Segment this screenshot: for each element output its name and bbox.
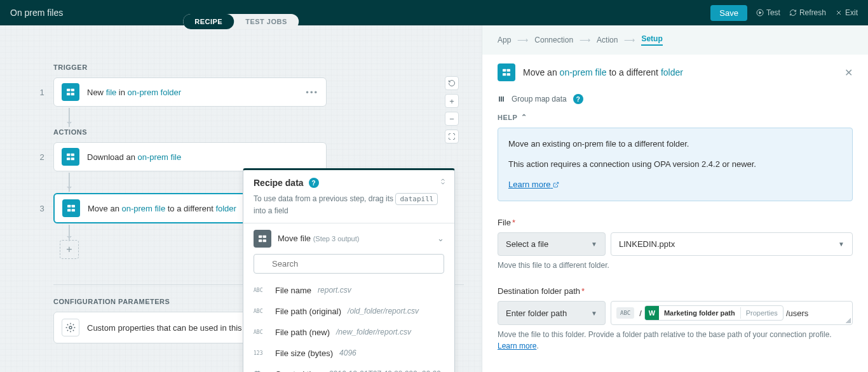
tab-test-jobs[interactable]: TEST JOBS: [234, 14, 299, 29]
arrow-icon: ⟶: [624, 36, 635, 44]
step-1-card[interactable]: New file in on-prem folder •••: [53, 77, 327, 107]
step-2-row: 2 Download an on-prem file: [36, 142, 482, 171]
config-panel: App ⟶ Connection ⟶ Action ⟶ Setup Move a…: [482, 25, 868, 372]
close-button[interactable]: ✕: [844, 67, 853, 79]
external-link-icon: [553, 182, 559, 188]
test-button[interactable]: Test: [756, 8, 780, 17]
data-item[interactable]: ABCFile namereport.csv: [243, 280, 454, 301]
learn-more-link[interactable]: Learn more: [498, 342, 536, 350]
arrow-icon: ⟶: [580, 36, 590, 44]
popover-title: Recipe data?: [254, 178, 444, 188]
step-1-text: New file in on-prem folder: [87, 88, 181, 97]
trigger-label: TRIGGER: [53, 63, 482, 71]
dest-field-label: Destination folder path*: [498, 286, 853, 296]
svg-rect-21: [503, 73, 506, 76]
type-badge: ABC: [616, 307, 634, 319]
panel-title: Move an on-prem file to a different fold…: [523, 67, 683, 77]
resize-handle[interactable]: [846, 318, 851, 323]
arrow-icon: ⟶: [517, 36, 528, 44]
step-1-row: 1 New file in on-prem folder •••: [36, 77, 482, 107]
svg-rect-5: [67, 154, 70, 156]
data-item[interactable]: 123File size (bytes)4096: [243, 343, 454, 364]
crumb-action[interactable]: Action: [597, 36, 618, 44]
svg-rect-2: [67, 93, 70, 95]
crumb-setup[interactable]: Setup: [641, 34, 662, 46]
breadcrumb: App ⟶ Connection ⟶ Action ⟶ Setup: [482, 25, 868, 55]
canvas-tabs: RECIPE TEST JOBS: [183, 14, 299, 29]
step-1-number: 1: [36, 88, 48, 97]
page-title: On prem files: [10, 8, 63, 18]
file-value-input[interactable]: LINKEDIN.pptx▼: [611, 232, 853, 256]
crumb-app[interactable]: App: [498, 36, 511, 44]
map-icon: [498, 95, 505, 103]
step-3-number: 3: [36, 204, 48, 213]
chevron-down-icon: ▼: [591, 241, 597, 248]
step-3-text: Move an on-prem file to a different fold…: [88, 204, 236, 213]
tab-recipe[interactable]: RECIPE: [183, 14, 234, 29]
add-step-button[interactable]: +: [60, 240, 79, 259]
file-server-icon: [62, 199, 80, 217]
panel-header: Move an on-prem file to a different fold…: [482, 55, 868, 90]
svg-rect-22: [507, 69, 510, 72]
svg-rect-3: [71, 89, 74, 91]
svg-rect-7: [71, 154, 74, 156]
chevron-down-icon: ▼: [591, 310, 597, 317]
svg-rect-26: [503, 96, 504, 102]
workato-icon: W: [645, 306, 659, 320]
step-2-card[interactable]: Download an on-prem file: [53, 142, 327, 171]
header-actions: Save Test Refresh Exit: [710, 5, 858, 21]
help-icon[interactable]: ?: [573, 94, 583, 104]
data-item[interactable]: ABCFile path (new)/new_folder/report.csv: [243, 322, 454, 343]
svg-rect-14: [259, 235, 262, 237]
connector: [69, 225, 70, 241]
popover-description: To use data from a previous step, drag i…: [254, 193, 444, 216]
refresh-button[interactable]: Refresh: [789, 8, 826, 17]
select-file-dropdown[interactable]: Select a file▼: [498, 232, 606, 256]
canvas: RECIPE TEST JOBS + − TRIGGER 1 New file …: [0, 25, 482, 372]
group-map-label[interactable]: Group map data: [512, 95, 567, 103]
save-button[interactable]: Save: [710, 5, 747, 21]
refresh-icon: [789, 9, 797, 17]
popover-expand-icon[interactable]: [439, 178, 447, 185]
gear-icon: [62, 319, 79, 336]
svg-rect-15: [259, 239, 262, 242]
dest-path-input[interactable]: ABC / W Marketing folder path Properties…: [611, 301, 853, 325]
help-section-toggle[interactable]: HELP⌃: [498, 113, 853, 121]
file-server-icon: [254, 230, 271, 248]
chevron-up-icon: ⌃: [521, 113, 527, 121]
svg-rect-6: [67, 157, 70, 160]
play-icon: [756, 9, 764, 17]
data-item[interactable]: ABCFile path (original)/old_folder/repor…: [243, 301, 454, 322]
connector: [69, 173, 70, 192]
svg-rect-16: [263, 235, 266, 237]
group-map-row: Group map data ?: [482, 90, 868, 113]
step-1-menu[interactable]: •••: [306, 88, 318, 97]
datapill-chip[interactable]: W Marketing folder path Properties: [644, 305, 783, 321]
svg-rect-23: [507, 73, 510, 76]
svg-rect-12: [72, 209, 75, 211]
enter-path-dropdown[interactable]: Enter folder path▼: [498, 301, 606, 325]
help-icon[interactable]: ?: [309, 178, 319, 188]
svg-rect-11: [72, 205, 75, 208]
file-field-label: File*: [498, 218, 853, 227]
recipe-data-popover: Recipe data? To use data from a previous…: [243, 168, 455, 372]
file-server-icon: [62, 83, 79, 101]
svg-rect-20: [503, 69, 506, 72]
svg-rect-17: [263, 239, 266, 242]
data-item[interactable]: Created time2016-12-01T07:40:29.000+00:0…: [243, 364, 454, 373]
crumb-connection[interactable]: Connection: [534, 36, 573, 44]
config-text: Custom properties that can be used in th…: [87, 323, 262, 333]
svg-rect-1: [67, 89, 70, 91]
file-server-icon: [62, 148, 79, 166]
help-box: Move an existing on-prem file to a diffe…: [498, 128, 853, 201]
file-help-text: Move this file to a different folder.: [498, 260, 853, 271]
step-2-number: 2: [36, 152, 48, 162]
dest-help-text: Move the file to this folder. Provide a …: [498, 329, 853, 352]
search-input[interactable]: [254, 254, 444, 274]
data-source-row[interactable]: Move file (Step 3 output) ⌄: [243, 223, 454, 254]
svg-rect-10: [67, 209, 71, 211]
svg-rect-24: [499, 96, 500, 102]
learn-more-link[interactable]: Learn more: [508, 180, 559, 189]
exit-button[interactable]: Exit: [835, 8, 858, 17]
chevron-down-icon: ⌄: [437, 234, 444, 243]
